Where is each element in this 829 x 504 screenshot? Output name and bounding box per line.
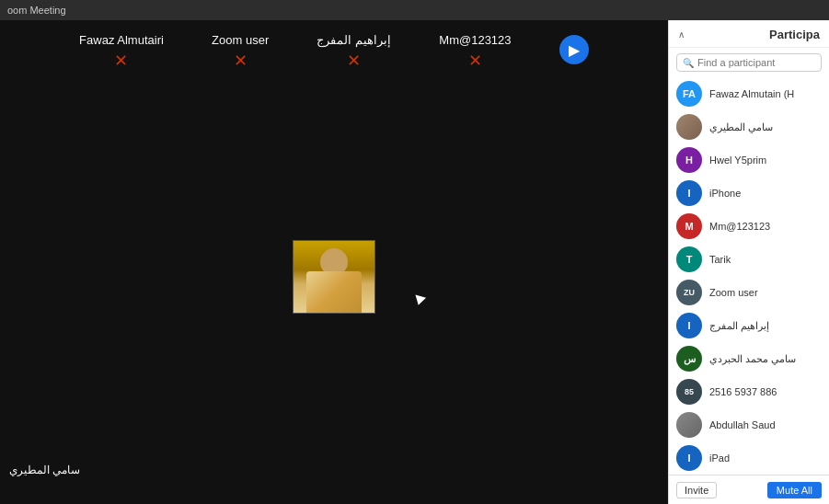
mute-icon-mm: ✕ — [468, 51, 482, 71]
list-item[interactable]: Abdullah Saud — [669, 408, 829, 441]
list-item[interactable]: ZU Zoom user — [669, 276, 829, 309]
list-item[interactable]: I إبراهيم المفرج — [669, 309, 829, 342]
participant-tile-mm: Mm@123123 ✕ — [439, 33, 511, 71]
avatar: س — [676, 346, 702, 372]
participant-name-zoom: Zoom user — [212, 33, 269, 47]
participant-list-name: سامي محمد الحبردي — [709, 353, 796, 365]
avatar — [676, 412, 702, 438]
participant-list-name: Fawaz Almutain (H — [709, 88, 794, 99]
sidebar-title: Participa — [769, 28, 820, 41]
title-bar: oom Meeting — [0, 0, 829, 20]
participant-list-name: Zoom user — [709, 287, 758, 298]
list-item[interactable]: H Hwel Y5prim — [669, 143, 829, 177]
sidebar-collapse-icon[interactable]: ∧ — [678, 29, 685, 40]
participant-list-name: 886 5937 2516 — [709, 386, 777, 397]
more-participants-button[interactable]: ▶ — [559, 35, 589, 64]
mute-icon-fawaz: ✕ — [114, 51, 128, 71]
participant-list-name: Mm@123123 — [709, 221, 770, 232]
avatar: I — [676, 313, 702, 338]
participant-list-name: Hwel Y5prim — [709, 155, 766, 166]
participant-list-name: إبراهيم المفرج — [709, 320, 769, 332]
active-speaker-video — [293, 240, 375, 314]
bottom-left-participant-name: سامي المطيري — [9, 464, 80, 476]
mute-icon-ibrahim: ✕ — [347, 51, 361, 71]
list-item[interactable]: سامي المطيري — [669, 110, 829, 143]
avatar: 85 — [676, 379, 702, 405]
avatar: T — [676, 246, 702, 272]
avatar — [676, 114, 702, 140]
participant-name-ibrahim: إبراهيم المفرج — [317, 33, 391, 47]
participant-tile-zoom: Zoom user ✕ — [212, 33, 269, 71]
video-area: Fawaz Almutairi ✕ Zoom user ✕ إبراهيم ال… — [0, 20, 668, 504]
sidebar-header: ∧ Participa — [669, 20, 829, 48]
participant-list-name: Tarik — [709, 254, 731, 265]
mute-all-button[interactable]: Mute All — [767, 482, 822, 498]
list-item[interactable]: 85 886 5937 2516 — [669, 375, 829, 408]
cursor — [413, 294, 426, 306]
title-bar-text: oom Meeting — [7, 5, 66, 16]
participant-tile-ibrahim: إبراهيم المفرج ✕ — [317, 33, 391, 71]
list-item[interactable]: M Mm@123123 — [669, 210, 829, 243]
participant-list-name: سامي المطيري — [709, 121, 773, 133]
participant-name-fawaz: Fawaz Almutairi — [79, 33, 164, 47]
list-item[interactable]: I iPad — [669, 441, 829, 475]
search-input[interactable] — [697, 57, 815, 68]
list-item[interactable]: FA Fawaz Almutain (H — [669, 77, 829, 110]
participant-tile-fawaz: Fawaz Almutairi ✕ — [79, 33, 164, 71]
avatar: I — [676, 445, 702, 471]
participant-list: FA Fawaz Almutain (H سامي المطيري H Hwel… — [669, 77, 829, 475]
avatar: H — [676, 147, 702, 173]
participants-sidebar: ∧ Participa 🔍 FA Fawaz Almutain (H سامي … — [668, 20, 829, 504]
list-item[interactable]: T Tarik — [669, 243, 829, 276]
search-box[interactable]: 🔍 — [676, 53, 822, 72]
avatar: I — [676, 180, 702, 206]
list-item[interactable]: س سامي محمد الحبردي — [669, 342, 829, 375]
participant-list-name: iPad — [709, 452, 730, 464]
avatar: ZU — [676, 280, 702, 305]
participant-list-name: Abdullah Saud — [709, 419, 776, 430]
avatar: M — [676, 213, 702, 239]
sidebar-bottom-bar: Invite Mute All — [669, 475, 829, 504]
invite-button[interactable]: Invite — [676, 482, 717, 498]
search-icon: 🔍 — [683, 58, 694, 68]
list-item[interactable]: I iPhone — [669, 177, 829, 210]
avatar: FA — [676, 81, 702, 107]
participant-list-name: iPhone — [709, 188, 741, 199]
mute-icon-zoom: ✕ — [234, 51, 248, 71]
participant-name-mm: Mm@123123 — [439, 33, 511, 47]
